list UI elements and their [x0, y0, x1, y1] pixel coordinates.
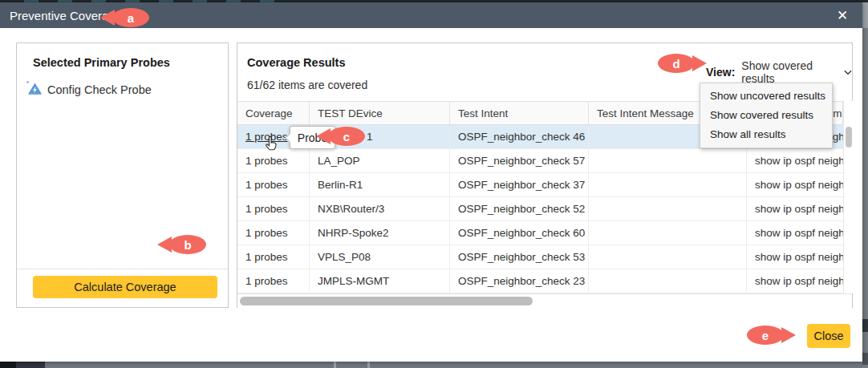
- message-cell: [589, 149, 747, 172]
- callout-d: d: [658, 54, 695, 73]
- table-vertical-scrollbar[interactable]: [843, 101, 853, 293]
- coverage-cell: 1 probes: [237, 173, 310, 196]
- chevron-down-icon: [844, 70, 852, 75]
- message-cell: [589, 197, 747, 220]
- view-selector: View: Show covered results: [706, 59, 852, 85]
- coverage-cell: 1 probes: [237, 221, 310, 245]
- device-cell: NXB\Router/3: [310, 197, 450, 220]
- probe-label: Config Check Probe: [47, 83, 152, 96]
- device-cell: NHRP-Spoke2: [310, 221, 450, 245]
- device-cell: JMPLS-MGMT: [310, 269, 450, 293]
- message-cell: [589, 173, 747, 196]
- background-page-right-strip: [862, 2, 868, 368]
- callout-c: c: [328, 127, 365, 146]
- table-row[interactable]: 1 probes LA_POP OSPF_neighbor_check 57 s…: [237, 149, 843, 173]
- panel-divider: [17, 269, 228, 269]
- table-row[interactable]: 1 probes JMPLS-MGMT OSPF_neighbor_check …: [237, 269, 843, 293]
- intent-cell: OSPF_neighbor_check 53: [450, 245, 589, 269]
- screen: Preventive Coverage ✕ Selected Primary P…: [0, 0, 868, 368]
- command-cell: show ip ospf neigh: [747, 245, 843, 269]
- table-row[interactable]: 1 probes NXB\Router/3 OSPF_neighbor_chec…: [237, 197, 843, 221]
- intent-cell: OSPF_neighbor_check 37: [450, 173, 589, 196]
- coverage-cell: 1 probes: [237, 269, 310, 293]
- intent-cell: OSPF_neighbor_check 57: [450, 149, 589, 172]
- message-cell: [589, 221, 747, 245]
- table-row[interactable]: 1 probes Berlin-R1 OSPF_neighbor_check 3…: [237, 173, 843, 197]
- view-dropdown-menu: Show uncovered results Show covered resu…: [700, 83, 833, 148]
- vertical-scrollbar-thumb[interactable]: [846, 127, 852, 148]
- intent-cell: OSPF_neighbor_check 52: [450, 197, 589, 220]
- intent-cell: OSPF_neighbor_check 60: [450, 221, 589, 245]
- command-cell: show ip ospf neigh: [747, 197, 843, 220]
- device-cell: Berlin-R1: [310, 173, 450, 196]
- background-page-bottom-strip: [0, 362, 862, 368]
- column-header-test-device: TEST DEvice: [310, 102, 450, 124]
- callout-e: e: [747, 326, 784, 345]
- column-header-coverage: Coverage: [237, 102, 310, 124]
- table-row[interactable]: 1 probes NHRP-Spoke2 OSPF_neighbor_check…: [237, 221, 843, 245]
- callout-a: a: [112, 8, 149, 27]
- message-cell: [589, 245, 747, 269]
- device-cell: LA_POP: [310, 149, 450, 172]
- horizontal-scrollbar-thumb[interactable]: [240, 297, 533, 305]
- table-row[interactable]: 1 probes VPLS_P08 OSPF_neighbor_check 53…: [237, 245, 843, 269]
- command-cell: show ip ospf neigh: [747, 221, 843, 245]
- device-cell: VPLS_P08: [310, 245, 450, 269]
- coverage-results-heading: Coverage Results: [247, 56, 346, 69]
- view-dropdown-option[interactable]: Show covered results: [700, 106, 832, 125]
- intent-cell: OSPF_neighbor_check 23: [450, 269, 589, 293]
- preventive-coverage-dialog: Preventive Coverage ✕ Selected Primary P…: [0, 2, 862, 362]
- intent-cell: OSPF_neighbor_check 46: [450, 125, 589, 148]
- selected-probes-panel: Selected Primary Probes * Config Check P…: [16, 42, 229, 308]
- message-cell: [589, 269, 747, 293]
- view-selected-value[interactable]: Show covered results: [741, 59, 852, 85]
- table-horizontal-scrollbar[interactable]: [237, 293, 852, 308]
- probe-list-item[interactable]: * Config Check Probe: [26, 80, 152, 99]
- view-label: View:: [706, 66, 735, 79]
- command-cell: show ip ospf neigh: [747, 149, 843, 172]
- probe-icon: *: [26, 80, 43, 99]
- close-button[interactable]: Close: [807, 324, 850, 348]
- selected-probes-heading: Selected Primary Probes: [33, 56, 170, 69]
- hand-cursor-icon: [265, 135, 278, 151]
- command-cell: show ip ospf neigh: [747, 269, 843, 293]
- coverage-cell: 1 probes: [237, 245, 310, 269]
- command-cell: show ip ospf neigh: [747, 173, 843, 196]
- coverage-cell: 1 probes: [237, 197, 310, 220]
- coverage-summary: 61/62 items are covered: [247, 79, 367, 91]
- svg-text:*: *: [26, 80, 29, 87]
- calculate-coverage-button[interactable]: Calculate Coverage: [33, 276, 217, 298]
- column-header-test-intent: Test Intent: [450, 102, 589, 124]
- view-dropdown-option[interactable]: Show uncovered results: [700, 87, 832, 106]
- callout-b: b: [169, 235, 206, 254]
- coverage-cell: 1 probes: [237, 149, 310, 172]
- view-dropdown-option[interactable]: Show all results: [700, 125, 832, 144]
- close-icon[interactable]: ✕: [832, 2, 853, 28]
